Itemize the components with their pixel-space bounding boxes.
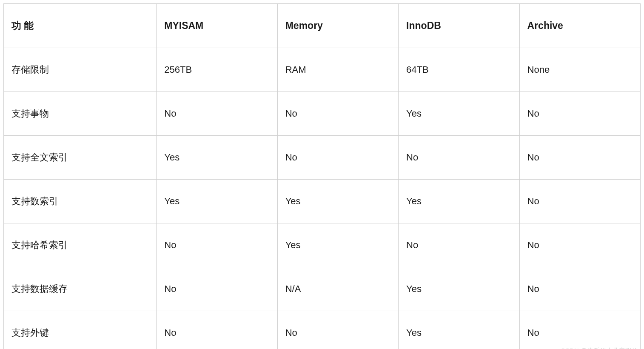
cell-feature: 支持哈希索引 (4, 223, 157, 267)
cell-feature: 支持数据缓存 (4, 267, 157, 311)
header-innodb: InnoDB (399, 4, 519, 48)
cell-value: Yes (277, 180, 398, 223)
cell-value: No (157, 223, 277, 267)
cell-value: No (277, 92, 398, 136)
cell-value: Yes (277, 223, 398, 267)
cell-value: N/A (277, 267, 398, 311)
cell-value: 256TB (157, 48, 277, 92)
header-memory: Memory (277, 4, 398, 48)
table-row: 存储限制 256TB RAM 64TB None (4, 48, 641, 92)
storage-engine-comparison-table: 功 能 MYISAM Memory InnoDB Archive 存储限制 25… (3, 3, 641, 349)
cell-value: Yes (399, 267, 519, 311)
cell-value: No (157, 92, 277, 136)
cell-feature: 支持事物 (4, 92, 157, 136)
table-header-row: 功 能 MYISAM Memory InnoDB Archive (4, 4, 641, 48)
cell-value: No (519, 223, 640, 267)
header-archive: Archive (519, 4, 640, 48)
cell-feature: 支持数索引 (4, 180, 157, 223)
table-row: 支持外键 No No Yes No (4, 311, 641, 349)
cell-value: No (519, 136, 640, 180)
cell-value: No (157, 311, 277, 349)
cell-value: No (519, 92, 640, 136)
cell-value: No (277, 136, 398, 180)
cell-feature: 支持外键 (4, 311, 157, 349)
cell-value: No (157, 267, 277, 311)
cell-value: No (519, 180, 640, 223)
table-row: 支持数据缓存 No N/A Yes No (4, 267, 641, 311)
cell-value: 64TB (399, 48, 519, 92)
cell-value: Yes (399, 92, 519, 136)
table-row: 支持事物 No No Yes No (4, 92, 641, 136)
cell-value: Yes (157, 136, 277, 180)
cell-feature: 存储限制 (4, 48, 157, 92)
table-row: 支持哈希索引 No Yes No No (4, 223, 641, 267)
cell-value: No (399, 223, 519, 267)
cell-value: No (519, 311, 640, 349)
cell-feature: 支持全文索引 (4, 136, 157, 180)
header-myisam: MYISAM (157, 4, 277, 48)
cell-value: No (399, 136, 519, 180)
cell-value: RAM (277, 48, 398, 92)
cell-value: No (277, 311, 398, 349)
cell-value: None (519, 48, 640, 92)
cell-value: No (519, 267, 640, 311)
cell-value: Yes (399, 311, 519, 349)
table-row: 支持全文索引 Yes No No No (4, 136, 641, 180)
table-row: 支持数索引 Yes Yes Yes No (4, 180, 641, 223)
header-feature: 功 能 (4, 4, 157, 48)
cell-value: Yes (157, 180, 277, 223)
cell-value: Yes (399, 180, 519, 223)
